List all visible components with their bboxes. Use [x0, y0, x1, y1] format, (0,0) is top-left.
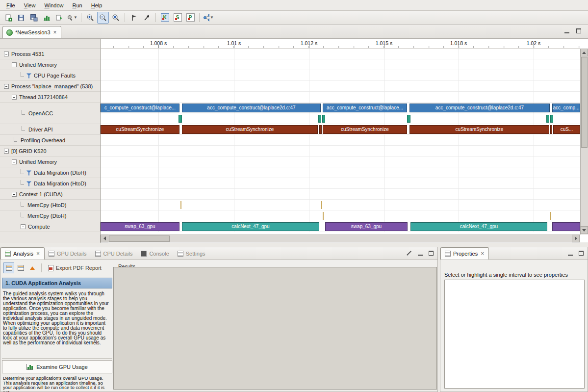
- tab-properties[interactable]: Properties ×: [440, 247, 489, 260]
- menu-window[interactable]: Window: [40, 1, 68, 10]
- row-context-1-cuda[interactable]: Context 1 (CUDA): [0, 189, 100, 200]
- menu-run[interactable]: Run: [68, 1, 87, 10]
- openacc-interval[interactable]: acc_compute_construct@laplace2d.c:47: [409, 104, 550, 112]
- close-tab-icon[interactable]: ×: [480, 251, 485, 256]
- row-profiling-overhead[interactable]: Profiling Overhead: [0, 135, 100, 146]
- driver-api-interval[interactable]: cuStreamSynchronize: [101, 125, 179, 134]
- memcpy-dtoh-interval[interactable]: [550, 212, 551, 220]
- scroll-right-button[interactable]: [572, 235, 580, 242]
- guided-analysis-button[interactable]: [3, 262, 14, 273]
- openacc-marker[interactable]: [322, 115, 325, 123]
- openacc-marker[interactable]: [407, 115, 410, 123]
- promote-stage-button[interactable]: [27, 262, 38, 273]
- driver-api-interval[interactable]: [319, 125, 322, 134]
- kernel-interval[interactable]: calcNext_47_gpu: [182, 222, 319, 231]
- kernel-mode-button[interactable]: K: [159, 12, 171, 24]
- row-data-migration-dtoh[interactable]: Data Migration (DtoH): [0, 167, 100, 178]
- collapse-toggle-icon[interactable]: [4, 84, 9, 89]
- filter-funnel-icon[interactable]: [26, 181, 31, 186]
- memcpy-htod-interval[interactable]: [180, 201, 181, 209]
- scroll-left-button[interactable]: [101, 235, 108, 242]
- driver-api-interval[interactable]: cuS...: [553, 125, 580, 134]
- driver-api-interval[interactable]: cuStreamSynchronize: [409, 125, 549, 134]
- openacc-interval[interactable]: acc_compute_construct@laplace...: [323, 104, 407, 112]
- row-driver-api[interactable]: Driver API: [0, 124, 100, 135]
- row-process-4531[interactable]: Process 4531: [0, 49, 100, 59]
- session-tab[interactable]: *NewSession3 ×: [2, 26, 61, 38]
- memcpy-htod-interval[interactable]: [321, 201, 322, 209]
- report-chart-button[interactable]: [41, 12, 52, 24]
- settings-dropdown-button[interactable]: ▼: [66, 12, 78, 24]
- collapse-toggle-icon[interactable]: [4, 52, 9, 56]
- zoom-out-button[interactable]: [97, 12, 109, 24]
- row-compute[interactable]: Compute: [0, 221, 100, 232]
- tab-settings[interactable]: Settings: [174, 247, 210, 260]
- maximize-icon[interactable]: [576, 28, 581, 33]
- openacc-marker[interactable]: [546, 115, 549, 123]
- collapse-toggle-icon[interactable]: [12, 192, 17, 197]
- driver-api-interval[interactable]: [550, 125, 552, 134]
- row-cpu-page-faults[interactable]: CPU Page Faults: [0, 70, 100, 81]
- openacc-marker[interactable]: [318, 115, 321, 123]
- process-mode-button[interactable]: P: [184, 12, 196, 24]
- kernel-interval[interactable]: calcNext_47_gpu: [410, 222, 547, 231]
- openacc-interval[interactable]: c_compute_construct@laplace...: [101, 104, 179, 112]
- kernel-interval[interactable]: swap_63_gpu: [325, 222, 408, 231]
- scroll-up-button[interactable]: [580, 49, 588, 56]
- close-tab-icon[interactable]: ×: [36, 251, 40, 256]
- row-unified-memory-gpu[interactable]: Unified Memory: [0, 157, 100, 167]
- collapse-toggle-icon[interactable]: [12, 159, 17, 164]
- save-as-button[interactable]: [28, 12, 40, 24]
- tab-cpu-details[interactable]: CPU Details: [91, 247, 137, 260]
- tab-console[interactable]: Console: [137, 247, 173, 260]
- horizontal-scrollbar[interactable]: [101, 235, 580, 242]
- view-menu-icon[interactable]: [407, 251, 411, 256]
- openacc-marker[interactable]: [550, 115, 553, 123]
- maximize-icon[interactable]: [579, 251, 584, 256]
- menu-help[interactable]: Help: [87, 1, 107, 10]
- kernel-interval[interactable]: [552, 222, 580, 231]
- export-pdf-button[interactable]: Export PDF Report: [45, 263, 104, 273]
- marker-flag-button[interactable]: [128, 12, 140, 24]
- vertical-scrollbar[interactable]: [580, 49, 588, 235]
- filter-funnel-icon[interactable]: [26, 170, 31, 176]
- analysis-flow-button[interactable]: ▼: [203, 12, 214, 24]
- menu-view[interactable]: View: [20, 1, 40, 10]
- marker-arrow-button[interactable]: [141, 12, 153, 24]
- driver-api-interval[interactable]: cuStreamSynchronize: [182, 125, 318, 134]
- openacc-marker[interactable]: [179, 115, 182, 123]
- row-thread[interactable]: Thread 3172140864: [0, 92, 100, 103]
- row-process-laplace[interactable]: Process "laplace_managed" (538): [0, 81, 100, 92]
- export-button[interactable]: [53, 12, 65, 24]
- timeline-canvas[interactable]: c_compute_construct@laplace... acc_compu…: [101, 49, 580, 243]
- row-data-migration-htod[interactable]: Data Migration (HtoD): [0, 178, 100, 189]
- collapse-toggle-icon[interactable]: [4, 149, 9, 154]
- scroll-down-button[interactable]: [580, 226, 588, 234]
- tab-gpu-details[interactable]: GPU Details: [45, 247, 91, 260]
- row-grid-k520[interactable]: [0] GRID K520: [0, 146, 100, 157]
- row-unified-memory[interactable]: Unified Memory: [0, 59, 100, 70]
- vertical-scroll-thumb[interactable]: [581, 57, 588, 148]
- close-tab-icon[interactable]: ×: [53, 30, 57, 35]
- row-openacc[interactable]: OpenACC: [0, 103, 100, 124]
- row-memcpy-dtoh[interactable]: MemCpy (DtoH): [0, 210, 100, 221]
- minimize-icon[interactable]: [568, 251, 573, 256]
- zoom-fit-button[interactable]: [110, 12, 122, 24]
- examine-gpu-usage-button[interactable]: Examine GPU Usage: [2, 360, 112, 373]
- driver-api-interval[interactable]: cuStreamSynchronize: [323, 125, 407, 134]
- timeline-ruler[interactable]: 1.008 s 1.01 s 1.012 s 1.015 s 1.018 s 1…: [101, 39, 580, 49]
- new-session-button[interactable]: [2, 12, 14, 24]
- collapse-toggle-icon[interactable]: [12, 95, 17, 100]
- collapse-toggle-icon[interactable]: [12, 62, 17, 67]
- tab-analysis[interactable]: Analysis ×: [0, 247, 45, 260]
- menu-file[interactable]: File: [2, 1, 20, 10]
- stream-mode-button[interactable]: S: [172, 12, 183, 24]
- row-memcpy-htod[interactable]: MemCpy (HtoD): [0, 200, 100, 210]
- maximize-icon[interactable]: [429, 251, 434, 256]
- memcpy-dtoh-interval[interactable]: [323, 212, 324, 220]
- openacc-interval[interactable]: acc_comp...: [552, 104, 580, 112]
- openacc-interval[interactable]: acc_compute_construct@laplace2d.c:47: [182, 104, 321, 112]
- minimize-icon[interactable]: [418, 251, 423, 256]
- unguided-analysis-button[interactable]: [15, 262, 26, 273]
- kernel-interval[interactable]: swap_63_gpu: [101, 222, 179, 231]
